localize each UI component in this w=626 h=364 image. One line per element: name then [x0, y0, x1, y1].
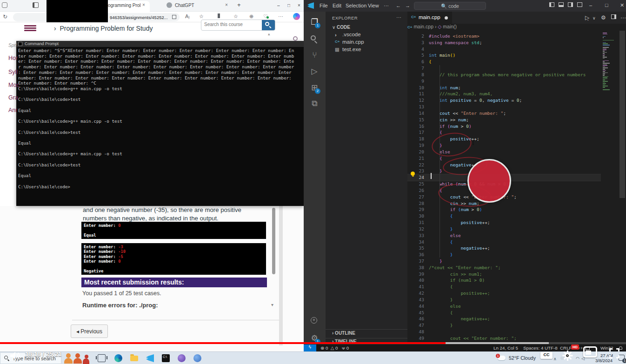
browser-minimize-icon[interactable]: –: [277, 3, 280, 8]
collapse-caret-icon[interactable]: ▴: [268, 32, 270, 36]
weather-text[interactable]: 52°F Cloudy: [509, 355, 536, 361]
file-item--vscode[interactable]: ›.vscode: [326, 31, 407, 39]
editor-scrollbar[interactable]: [619, 31, 625, 198]
clock-date[interactable]: 3/8/2024: [595, 358, 613, 363]
code-line-41[interactable]: 41 {: [407, 284, 601, 290]
editor-gear-icon[interactable]: ⚙: [601, 14, 606, 21]
cmd-title-bar[interactable]: Command Prompt: [16, 41, 304, 47]
problems-status[interactable]: ⊗ 0 △ 0: [320, 345, 338, 351]
vertical-tabs-icon[interactable]: [33, 2, 39, 8]
code-line-37[interactable]: 37 }: [407, 258, 601, 265]
page-scrollbar[interactable]: [279, 206, 283, 345]
file-item-test-exe[interactable]: ▤test.exe: [326, 46, 407, 53]
layout-sidebar-icon[interactable]: [549, 2, 554, 7]
favorite-star-icon[interactable]: ☆: [199, 13, 204, 20]
code-line-35[interactable]: 35 negative++;: [407, 245, 601, 251]
extensions-icon[interactable]: ⊞2: [309, 83, 320, 93]
remote-explorer-icon[interactable]: ⧉: [309, 99, 320, 109]
menu-[interactable]: ···: [384, 3, 389, 8]
volume-icon[interactable]: [10, 352, 21, 359]
indent-status[interactable]: Spaces: 4: [523, 345, 544, 351]
code-line-40[interactable]: 40 if (num1 > 0): [407, 277, 601, 284]
code-line-42[interactable]: 42 positive++;: [407, 290, 601, 297]
purple-app-icon[interactable]: [178, 354, 186, 362]
code-line-47[interactable]: 47 }: [407, 322, 601, 329]
menu-selection[interactable]: Selection: [346, 3, 366, 8]
browser-essentials-icon[interactable]: ♡: [263, 13, 268, 20]
course-nav-item[interactable]: Hor: [8, 55, 22, 61]
lightbulb-icon[interactable]: [411, 172, 415, 176]
tab-close-icon[interactable]: ×: [142, 2, 145, 7]
vscode-maximize-icon[interactable]: □: [605, 2, 608, 8]
code-line-29[interactable]: 29 if (num > 0): [407, 206, 601, 213]
course-nav-item[interactable]: Gra: [8, 94, 22, 101]
course-nav-item[interactable]: Syll: [8, 69, 22, 75]
more-menu-icon[interactable]: ···: [278, 13, 283, 19]
code-line-16[interactable]: 16 if (num > 0): [407, 123, 601, 130]
miniplayer-icon[interactable]: [583, 346, 597, 357]
layout-secondary-icon[interactable]: [568, 2, 573, 7]
split-editor-icon[interactable]: [611, 14, 616, 19]
file-explorer-icon[interactable]: [130, 356, 138, 361]
weather-cloud-icon[interactable]: 1: [498, 356, 506, 360]
code-line-2[interactable]: 2#include <iostream>: [407, 33, 601, 40]
reload-icon[interactable]: ↻: [3, 13, 7, 20]
browser-close-icon[interactable]: ×: [298, 3, 300, 8]
grid-icon[interactable]: [172, 15, 176, 19]
course-search-button[interactable]: [262, 20, 275, 30]
chevron-down-icon[interactable]: ∨: [593, 16, 596, 20]
outline-section[interactable]: › OUTLINE: [332, 331, 355, 336]
copilot-icon[interactable]: [293, 13, 300, 20]
code-line-15[interactable]: 15 cin >> num;: [407, 117, 601, 123]
code-line-33[interactable]: 33 else: [407, 232, 601, 239]
vscode-taskbar-icon[interactable]: [146, 354, 154, 362]
captions-button[interactable]: CC: [540, 352, 553, 359]
code-line-8[interactable]: 8 // this program shows more negative or…: [407, 72, 601, 78]
layout-panel-icon[interactable]: [559, 2, 564, 7]
video-progress-bar[interactable]: [0, 342, 626, 344]
split-screen-icon[interactable]: [218, 13, 220, 18]
code-line-4[interactable]: 4: [407, 46, 601, 53]
page-search-icon[interactable]: [293, 36, 298, 41]
explorer-more-icon[interactable]: ···: [396, 14, 401, 20]
tray-wifi-icon[interactable]: ◠: [576, 356, 579, 361]
code-line-43[interactable]: 43 }: [407, 297, 601, 303]
player-settings-icon[interactable]: [563, 351, 572, 360]
source-control-icon[interactable]: ⑂: [309, 51, 320, 61]
code-line-28[interactable]: 28 cin >> num;: [407, 200, 601, 207]
content-scrollbar[interactable]: [272, 208, 275, 274]
minimap[interactable]: [602, 31, 619, 217]
bell-icon[interactable]: [619, 346, 622, 350]
file-item-main-cpp[interactable]: C+main.cpp: [326, 39, 407, 46]
menu-edit[interactable]: Edit: [333, 3, 341, 8]
course-nav-item[interactable]: Anr: [8, 107, 22, 113]
tab-title[interactable]: ogramming Problem for: [108, 3, 140, 8]
global-nav-menu-icon[interactable]: [24, 30, 36, 31]
code-line-17[interactable]: 17 {: [407, 129, 601, 136]
code-line-32[interactable]: 32 }: [407, 226, 601, 232]
people-icon[interactable]: [83, 355, 89, 364]
code-line-46[interactable]: 46 negative++;: [407, 316, 601, 322]
collections-icon[interactable]: ⊕: [249, 13, 253, 20]
code-line-7[interactable]: 7: [407, 65, 601, 72]
global-nav-menu-icon[interactable]: [24, 25, 36, 26]
browser-maximize-icon[interactable]: □: [287, 3, 290, 8]
vscode-close-icon[interactable]: ✕: [620, 2, 624, 8]
code-line-13[interactable]: 13: [407, 104, 601, 110]
previous-button[interactable]: ◂ Previous: [71, 324, 108, 338]
people-icon[interactable]: [73, 353, 82, 364]
remote-indicator[interactable]: ϟ: [304, 344, 316, 352]
code-line-5[interactable]: 5int main(): [407, 52, 601, 59]
run-cpp-icon[interactable]: ▷̣: [585, 14, 589, 21]
code-line-38[interactable]: 38/*cout << "Enter number: ";: [407, 265, 601, 271]
code-line-6[interactable]: 6{: [407, 59, 601, 65]
menu-file[interactable]: File: [320, 3, 328, 8]
ports-status[interactable]: ᴪ 0: [342, 345, 349, 351]
code-line-36[interactable]: 36 }: [407, 251, 601, 258]
address-url[interactable]: 946353/assignments/45252...: [110, 15, 168, 20]
workspace-section[interactable]: ∨ CODE: [332, 25, 350, 30]
command-prompt-window[interactable]: Command Prompt Enter number: ^S^S^XEnter…: [16, 41, 304, 206]
code-line-3[interactable]: 3using namespace std;: [407, 40, 601, 46]
code-line-39[interactable]: 39 cin >> num1;: [407, 271, 601, 278]
tab-chatgpt[interactable]: ChatGPT: [175, 3, 194, 8]
